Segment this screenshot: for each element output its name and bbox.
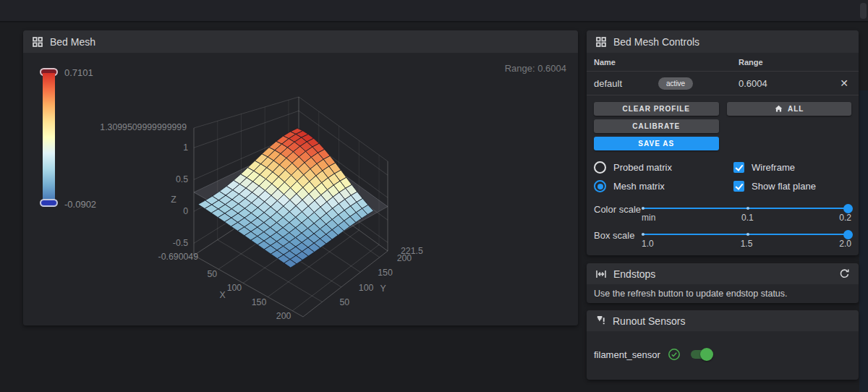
save-as-button[interactable]: SAVE AS — [594, 137, 719, 150]
svg-text:50: 50 — [207, 269, 217, 279]
tick-min: 1.0 — [642, 239, 654, 249]
bed-mesh-card: Bed Mesh 10.50-0.51.3099509999999999-0.6… — [23, 30, 578, 325]
toggle-knob[interactable] — [700, 348, 713, 361]
topbar-corner-widget — [860, 3, 867, 19]
svg-text:1: 1 — [183, 142, 188, 153]
colorbar-min-cap — [40, 199, 58, 207]
clear-profile-label: CLEAR PROFILE — [622, 105, 690, 113]
delete-profile-icon[interactable]: ✕ — [840, 77, 848, 89]
save-as-label: SAVE AS — [638, 140, 674, 148]
column-name: Name — [587, 58, 739, 67]
radio-probed-matrix-label: Probed matrix — [613, 162, 672, 173]
checkbox-show-flat-plane-label: Show flat plane — [752, 181, 816, 192]
endstops-title: Endstops — [613, 268, 655, 280]
slider-mid-stop — [746, 207, 749, 210]
tick-mid: 1.5 — [741, 239, 753, 249]
calibrate-label: CALIBRATE — [632, 122, 680, 130]
radio-icon[interactable] — [594, 180, 606, 192]
endstops-hint: Use the refresh button to update endstop… — [587, 284, 859, 303]
calibrate-button[interactable]: CALIBRATE — [594, 119, 719, 133]
endstops-icon — [595, 268, 607, 280]
check-circle-icon — [668, 348, 681, 361]
tick-min: min — [642, 213, 655, 223]
profile-range: 0.6004 — [739, 78, 767, 89]
bed-mesh-3d-surface-plot[interactable]: 10.50-0.51.3099509999999999-0.690049Z501… — [23, 53, 578, 325]
bed-mesh-controls-card: Bed Mesh Controls Name Range default act… — [587, 30, 859, 255]
home-all-label: ALL — [788, 105, 804, 113]
svg-text:150: 150 — [252, 297, 267, 307]
svg-text:150: 150 — [378, 268, 393, 278]
bed-mesh-controls-header: Bed Mesh Controls — [587, 30, 859, 53]
svg-text:-0.5: -0.5 — [173, 238, 188, 248]
svg-text:50: 50 — [339, 297, 349, 307]
refresh-endstops-button[interactable] — [839, 268, 850, 279]
sensor-toggle[interactable] — [691, 350, 711, 359]
box-scale-label: Box scale — [594, 229, 642, 250]
slider-min-stop — [642, 207, 644, 210]
color-scale-slider[interactable]: min 0.1 0.2 — [642, 203, 851, 224]
top-app-bar — [0, 0, 868, 22]
svg-text:0: 0 — [183, 206, 188, 216]
checkbox-wireframe-label: Wireframe — [752, 162, 795, 173]
svg-text:200: 200 — [276, 311, 292, 321]
filament-sensor-alert-icon — [595, 315, 606, 326]
svg-text:X: X — [219, 290, 225, 300]
bed-mesh-plot-area[interactable]: 10.50-0.51.3099509999999999-0.690049Z501… — [23, 53, 578, 325]
radio-probed-matrix[interactable]: Probed matrix — [594, 160, 733, 175]
svg-text:221.5: 221.5 — [401, 246, 423, 256]
profile-row-default[interactable]: default active 0.6004 ✕ — [587, 72, 859, 95]
radio-mesh-matrix[interactable]: Mesh matrix — [594, 179, 733, 194]
profile-table-header: Name Range — [587, 53, 859, 72]
svg-text:Y: Y — [380, 284, 386, 294]
color-scale-label: Color scale — [594, 203, 642, 224]
bed-mesh-title: Bed Mesh — [50, 36, 95, 48]
colorbar-min-value: -0.0902 — [64, 199, 96, 210]
sensor-name: filament_sensor — [594, 349, 660, 360]
radio-icon[interactable] — [594, 161, 606, 174]
svg-text:100: 100 — [227, 283, 242, 293]
tick-mid: 0.1 — [741, 213, 754, 223]
view-grid-icon — [595, 36, 607, 48]
slider-mid-stop — [746, 233, 749, 236]
svg-text:1.3099509999999999: 1.3099509999999999 — [100, 122, 187, 132]
profile-name: default — [594, 78, 622, 89]
slider-min-stop — [642, 233, 644, 236]
colorbar-gradient — [43, 73, 55, 201]
box-scale-slider-row: Box scale 1.0 1.5 2.0 — [594, 229, 851, 250]
tick-max: 0.2 — [839, 213, 851, 223]
runout-sensors-title: Runout Sensors — [613, 315, 685, 327]
checkbox-icon[interactable] — [733, 162, 744, 173]
mesh-range-readout: Range: 0.6004 — [505, 63, 566, 74]
svg-text:100: 100 — [359, 283, 374, 293]
refresh-icon — [839, 268, 850, 279]
slider-tick-labels: min 0.1 0.2 — [642, 213, 851, 223]
checkbox-show-flat-plane[interactable]: Show flat plane — [733, 179, 851, 194]
endstops-card: Endstops Use the refresh button to updat… — [587, 263, 859, 303]
svg-text:-0.690049: -0.690049 — [158, 252, 199, 262]
view-grid-icon — [32, 36, 43, 48]
bed-mesh-controls-title: Bed Mesh Controls — [613, 36, 699, 48]
home-all-button[interactable]: ALL — [727, 102, 852, 116]
radio-mesh-matrix-label: Mesh matrix — [613, 181, 665, 192]
box-scale-slider[interactable]: 1.0 1.5 2.0 — [642, 229, 851, 250]
tick-max: 2.0 — [839, 239, 851, 249]
colorbar-max-value: 0.7101 — [64, 67, 93, 78]
runout-sensors-header: Runout Sensors — [587, 310, 859, 331]
color-scale-slider-row: Color scale min 0.1 0.2 — [594, 203, 851, 224]
endstops-header: Endstops — [587, 263, 859, 284]
svg-text:Z: Z — [171, 195, 176, 205]
slider-tick-labels: 1.0 1.5 2.0 — [642, 239, 851, 249]
runout-sensors-card: Runout Sensors filament_sensor — [587, 310, 859, 380]
sensor-row-filament-sensor: filament_sensor — [587, 331, 859, 361]
right-edge-strip — [859, 90, 868, 392]
column-range: Range — [739, 58, 859, 67]
checkbox-icon[interactable] — [733, 181, 744, 192]
checkbox-wireframe[interactable]: Wireframe — [733, 160, 851, 175]
active-badge: active — [658, 77, 693, 90]
clear-profile-button[interactable]: CLEAR PROFILE — [594, 102, 719, 116]
svg-text:0.5: 0.5 — [176, 174, 188, 184]
bed-mesh-header: Bed Mesh — [23, 30, 578, 53]
home-icon — [774, 104, 783, 114]
